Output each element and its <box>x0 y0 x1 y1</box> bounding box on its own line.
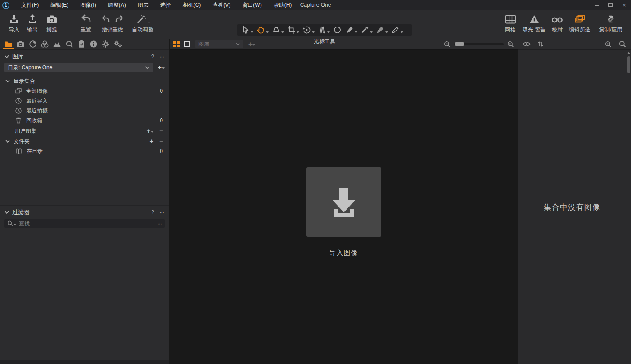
collapse-chevron-icon[interactable] <box>5 55 9 58</box>
catalog-collections-label: 目录集合 <box>14 77 35 85</box>
folders-section[interactable]: 文件夹 + − <box>0 136 169 146</box>
crop-tool[interactable] <box>285 24 301 36</box>
tree-item-in-catalog[interactable]: 在目录 0 <box>0 146 169 156</box>
tree-item-recent-captures[interactable]: 最近拍摄 <box>0 106 169 116</box>
auto-adjust-button[interactable]: 自动调整 <box>129 13 157 34</box>
maximize-button[interactable] <box>604 0 617 10</box>
erase-tool-caret-icon <box>385 31 388 33</box>
thumbnail-zoom-icon[interactable] <box>605 41 612 48</box>
filters-panel: 过滤器 ? ··· ··· <box>0 205 169 228</box>
add-catalog-button[interactable]: + <box>158 63 165 72</box>
tab-library[interactable] <box>2 39 14 49</box>
zoom-out-icon[interactable] <box>444 41 451 48</box>
catalog-dropdown[interactable]: 目录: Capture One <box>4 63 153 72</box>
collapse-chevron-icon[interactable] <box>5 211 9 214</box>
tree-item-count: 0 <box>160 148 163 154</box>
remove-user-collection-button[interactable]: − <box>159 127 163 135</box>
layers-dropdown[interactable]: 图层 <box>195 40 243 48</box>
menu-layers[interactable]: 图层 <box>132 0 154 10</box>
plus-icon: + <box>158 63 162 72</box>
tree-item-label: 最近导入 <box>26 97 48 105</box>
tree-item-recent-imports[interactable]: 最近导入 <box>0 96 169 106</box>
tab-color[interactable] <box>39 39 51 49</box>
crop-tool-caret-icon <box>297 31 299 33</box>
reset-button[interactable]: 重置 <box>76 13 96 34</box>
menu-adjustments[interactable]: 调整(A) <box>102 0 132 10</box>
tree-item-all-images[interactable]: 全部图像 0 <box>0 86 169 96</box>
select-tool[interactable] <box>239 24 255 36</box>
capture-label: 捕捉 <box>46 26 57 34</box>
copy-apply-arrows-icon <box>604 13 618 24</box>
zoom-in-icon[interactable] <box>507 41 514 48</box>
sort-order-button[interactable] <box>537 41 544 47</box>
menu-window[interactable]: 窗口(W) <box>236 0 267 10</box>
copy-apply-button[interactable]: 复制/应用 <box>595 13 626 34</box>
eyedropper-tool[interactable] <box>359 24 374 36</box>
eye-preview-button[interactable] <box>523 41 531 47</box>
gradient-mask-pencil-tool[interactable] <box>389 24 405 36</box>
filters-more-button[interactable]: ··· <box>159 209 164 216</box>
output-button[interactable]: 输出 <box>23 13 41 34</box>
edit-selected-button[interactable]: 编辑所选 <box>566 13 593 34</box>
add-catalog-caret-icon <box>162 67 165 69</box>
multi-view-button[interactable] <box>173 41 180 47</box>
zoom-slider[interactable] <box>454 43 504 45</box>
menu-help[interactable]: 帮助(H) <box>268 0 298 10</box>
browser-panel: 集合中没有图像 <box>518 39 631 364</box>
exposure-warning-button[interactable]: 曝光 警告 <box>520 13 548 34</box>
keystone-tool[interactable] <box>316 24 331 36</box>
proof-glasses-icon <box>550 13 564 24</box>
loupe-tool[interactable] <box>270 24 285 36</box>
tab-exposure[interactable] <box>51 39 63 49</box>
draw-mask-brush-tool[interactable] <box>343 24 359 36</box>
search-input[interactable] <box>19 220 158 227</box>
tab-settings[interactable] <box>99 39 112 49</box>
library-help-button[interactable]: ? <box>151 53 154 60</box>
tab-process[interactable] <box>112 39 124 49</box>
capture-button[interactable]: 捕捉 <box>43 13 61 34</box>
erase-mask-tool[interactable] <box>374 24 389 36</box>
tab-details[interactable] <box>63 39 75 49</box>
tree-item-trash[interactable]: 回收箱 0 <box>0 116 169 126</box>
rotate-tool[interactable] <box>301 24 316 36</box>
zoom-slider-handle[interactable] <box>455 42 464 46</box>
import-images-tile[interactable] <box>306 167 381 237</box>
tab-info[interactable] <box>87 39 99 49</box>
remove-folder-button[interactable]: − <box>159 138 163 145</box>
single-view-button[interactable] <box>184 40 191 48</box>
tab-lens[interactable] <box>27 39 39 49</box>
browser-scrollbar[interactable] <box>626 51 631 360</box>
filters-help-button[interactable]: ? <box>151 209 154 216</box>
menu-file[interactable]: 文件(F) <box>15 0 45 10</box>
search-options-button[interactable]: ··· <box>158 220 162 227</box>
add-user-collection-button[interactable]: + <box>146 127 153 135</box>
tab-metadata[interactable] <box>75 39 87 49</box>
user-collections-label: 用户图集 <box>15 127 36 135</box>
close-button[interactable]: × <box>617 0 631 10</box>
tab-capture[interactable] <box>14 39 27 49</box>
menu-edit[interactable]: 编辑(E) <box>45 0 74 10</box>
add-folder-button[interactable]: + <box>149 138 153 145</box>
search-scope-button[interactable] <box>7 220 16 226</box>
undo-redo-buttons[interactable]: 撤销重做 <box>98 13 127 34</box>
user-collections-section[interactable]: 用户图集 + − <box>0 126 169 136</box>
browser-search-icon[interactable] <box>619 40 626 48</box>
import-button[interactable]: 导入 <box>5 13 23 34</box>
scrollbar-up-arrow-icon[interactable] <box>627 52 630 54</box>
minimize-button[interactable] <box>590 0 604 10</box>
menu-view[interactable]: 查看(V) <box>207 0 236 10</box>
menu-select[interactable]: 选择 <box>154 0 177 10</box>
spot-removal-tool[interactable] <box>331 24 343 36</box>
proof-button[interactable]: 校对 <box>547 13 567 34</box>
library-more-button[interactable]: ··· <box>159 53 164 60</box>
output-label: 输出 <box>27 26 38 34</box>
tree-item-label: 全部图像 <box>26 87 48 95</box>
grid-button[interactable]: 网格 <box>500 13 520 34</box>
process-gears-icon <box>113 40 122 48</box>
catalog-collections-section[interactable]: 目录集合 <box>0 76 169 86</box>
menu-image[interactable]: 图像(I) <box>74 0 102 10</box>
menu-camera[interactable]: 相机(C) <box>177 0 207 10</box>
plus-icon: + <box>146 127 150 135</box>
pan-hand-tool[interactable] <box>255 24 270 36</box>
scrollbar-thumb[interactable] <box>627 56 630 73</box>
